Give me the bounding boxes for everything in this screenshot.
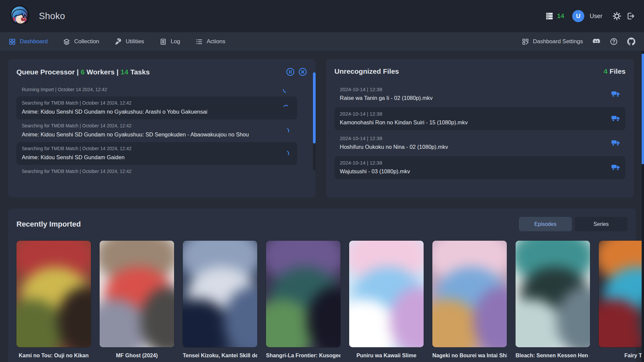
poster-image xyxy=(599,241,644,347)
series-title[interactable]: Fairy Tail xyxy=(599,353,644,359)
queue-indicator[interactable]: 14 xyxy=(545,12,564,20)
nav-label: Log xyxy=(171,38,180,45)
poster-image xyxy=(516,241,590,347)
avatar[interactable]: U xyxy=(572,10,584,22)
episode-poster[interactable] xyxy=(183,241,257,347)
truck-icon xyxy=(611,89,620,99)
x-circle-icon xyxy=(298,67,307,76)
files-count-label: Files xyxy=(609,67,626,75)
avdump-button[interactable] xyxy=(611,138,620,147)
queue-task-status: Searching for TMDB Match | October 14 20… xyxy=(22,146,292,151)
recently-imported-card[interactable]: Nageki no Bourei wa Intai Shi… 3 - I Wan… xyxy=(432,241,507,362)
gear-icon xyxy=(612,12,621,20)
recently-imported-card[interactable]: Bleach: Sennen Kessen Hen - … 2 - Kill t… xyxy=(516,241,590,362)
unrecognized-file-row: 2024-10-14 | 12:38 Raise wa Tanin ga Ii … xyxy=(334,83,626,106)
queue-title-text: Workers | xyxy=(87,68,118,76)
episode-poster[interactable] xyxy=(599,241,644,347)
file-info: 2024-10-14 | 12:38 Raise wa Tanin ga Ii … xyxy=(340,86,433,101)
nav-item-actions[interactable]: Actions xyxy=(196,38,225,45)
tab-series[interactable]: Series xyxy=(575,217,628,231)
dashboard-settings-button[interactable]: Dashboard Settings xyxy=(522,38,583,45)
recently-imported-tabs: Episodes Series xyxy=(519,217,628,231)
page-scrollbar-thumb[interactable] xyxy=(642,54,644,164)
poster-image xyxy=(349,241,424,347)
workers-count: 6 xyxy=(80,68,85,76)
queue-task-row: Searching for TMDB Match | October 14 20… xyxy=(16,97,297,119)
queue-task-status: Searching for TMDB Match | October 14 20… xyxy=(22,123,292,128)
logout-button[interactable] xyxy=(627,12,635,20)
truck-icon xyxy=(611,163,620,172)
queue-task-list[interactable]: Running Import | October 14 2024, 12:42 … xyxy=(16,83,307,182)
clear-queue-button[interactable] xyxy=(298,67,307,76)
help-icon xyxy=(610,38,618,46)
page-scrollbar[interactable] xyxy=(642,51,644,362)
recently-imported-card[interactable]: Kami no Tou: Ouji no Kikan 15 - The Prom… xyxy=(16,241,91,362)
nav-item-utilities[interactable]: Utilities xyxy=(115,38,144,45)
poster-image xyxy=(183,241,257,347)
recently-imported-card[interactable]: MF Ghost (2024) 2 - The 4x4 Attack xyxy=(100,241,174,362)
episode-poster[interactable] xyxy=(349,241,424,347)
file-name: Hoshifuru Oukoku no Nina - 02 (1080p).mk… xyxy=(340,144,448,150)
recently-imported-card[interactable]: Tensei Kizoku, Kantei Skill de … 3 - The… xyxy=(183,241,257,362)
series-title[interactable]: Shangri-La Frontier: Kusogee … xyxy=(266,353,340,359)
github-link[interactable] xyxy=(627,38,635,46)
tab-episodes[interactable]: Episodes xyxy=(519,217,572,231)
avdump-button[interactable] xyxy=(611,163,620,172)
dashboard-grid-icon xyxy=(9,38,16,45)
server-queue-icon xyxy=(545,12,554,20)
poster-image xyxy=(432,241,507,347)
recently-imported-card[interactable]: Shangri-La Frontier: Kusogee … 1 - Half-… xyxy=(266,241,340,362)
file-timestamp: 2024-10-14 | 12:38 xyxy=(340,111,468,117)
queue-task-status: Searching for TMDB Match | October 14 20… xyxy=(22,169,292,174)
series-title[interactable]: MF Ghost (2024) xyxy=(100,353,174,359)
episode-poster[interactable] xyxy=(16,241,91,347)
nav-item-log[interactable]: Log xyxy=(160,38,180,45)
discord-icon xyxy=(592,38,600,46)
unrecognized-file-row: 2024-10-14 | 12:38 Kamonohashi Ron no Ki… xyxy=(334,107,626,130)
recently-imported-card[interactable]: Puniru wa Kawaii Slime 2 - Neither Frien… xyxy=(349,241,424,362)
truck-icon xyxy=(611,114,620,123)
pause-circle-icon xyxy=(286,67,295,76)
user-name[interactable]: User xyxy=(590,13,602,20)
utilities-tools-icon xyxy=(115,38,122,45)
queue-title-text: Tasks xyxy=(130,68,150,76)
queue-scrollbar[interactable] xyxy=(313,72,316,170)
episode-poster[interactable] xyxy=(266,241,340,347)
unrecognized-file-row: 2024-10-14 | 12:38 Hoshifuru Oukoku no N… xyxy=(334,132,626,155)
series-title[interactable]: Bleach: Sennen Kessen Hen - … xyxy=(516,353,590,359)
series-title[interactable]: Tensei Kizoku, Kantei Skill de … xyxy=(183,353,257,359)
episode-poster[interactable] xyxy=(516,241,590,347)
avdump-button[interactable] xyxy=(611,89,620,99)
help-link[interactable] xyxy=(610,38,618,46)
queue-task-row: Searching for TMDB Match | October 14 20… xyxy=(16,119,297,142)
settings-button[interactable] xyxy=(612,12,621,20)
episode-poster[interactable] xyxy=(432,241,507,347)
pause-queue-button[interactable] xyxy=(286,67,295,76)
nav-item-dashboard[interactable]: Dashboard xyxy=(9,38,48,45)
queue-task-row: Running Import | October 14 2024, 12:42 xyxy=(16,83,297,97)
avdump-button[interactable] xyxy=(611,114,620,123)
log-document-icon xyxy=(160,38,167,45)
nav-label: Dashboard xyxy=(20,38,48,45)
tasks-count: 14 xyxy=(120,68,128,76)
app-title: Shoko xyxy=(39,11,65,21)
recently-imported-card[interactable]: Fairy Tail 14 - Clinging… xyxy=(599,241,644,362)
queue-task-detail: Anime: Kidou Senshi SD Gundam no Gyakush… xyxy=(22,109,292,115)
file-info: 2024-10-14 | 12:38 Kamonohashi Ron no Ki… xyxy=(340,111,468,126)
series-title[interactable]: Puniru wa Kawaii Slime xyxy=(349,353,424,359)
episode-poster[interactable] xyxy=(100,241,174,347)
dashboard-settings-icon xyxy=(522,38,529,45)
series-title[interactable]: Kami no Tou: Ouji no Kikan xyxy=(16,353,91,359)
queue-scrollbar-thumb[interactable] xyxy=(313,72,316,143)
file-timestamp: 2024-10-14 | 12:38 xyxy=(340,160,410,166)
collection-layers-icon xyxy=(63,38,70,45)
unrecognized-title: Unrecognized Files xyxy=(334,67,399,75)
unrecognized-file-list: 2024-10-14 | 12:38 Raise wa Tanin ga Ii … xyxy=(334,83,626,179)
series-title[interactable]: Nageki no Bourei wa Intai Shi… xyxy=(432,353,507,359)
file-timestamp: 2024-10-14 | 12:38 xyxy=(340,135,448,141)
nav-item-collection[interactable]: Collection xyxy=(63,38,99,45)
unrecognized-file-row: 2024-10-14 | 12:38 Wajutsushi - 03 (1080… xyxy=(334,156,626,179)
dashboard-settings-label: Dashboard Settings xyxy=(533,38,583,45)
github-icon xyxy=(627,38,635,46)
discord-link[interactable] xyxy=(592,38,600,46)
